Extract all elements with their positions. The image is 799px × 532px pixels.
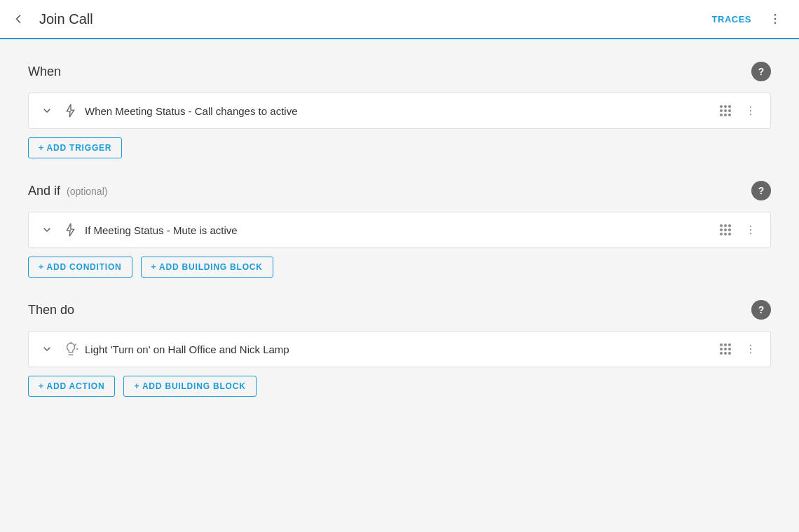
svg-point-0 [774, 14, 777, 16]
action-chevron-button[interactable] [37, 339, 57, 359]
and-if-section: And if (optional) ? If Meeting Status - … [28, 181, 771, 278]
svg-point-8 [750, 233, 751, 234]
condition-row-right [714, 219, 762, 241]
svg-point-7 [750, 229, 751, 231]
condition-grid-button[interactable] [714, 219, 737, 241]
page-title: Join Call [39, 11, 93, 27]
grid-dots-icon [720, 105, 731, 116]
trigger-icon [62, 102, 79, 119]
svg-point-3 [750, 107, 751, 108]
svg-point-4 [750, 110, 751, 111]
condition-row-left: If Meeting Status - Mute is active [37, 220, 714, 240]
trigger-grid-button[interactable] [714, 100, 737, 122]
when-section: When ? When Meeting Status - Call change… [28, 62, 771, 158]
then-do-action-buttons: + ADD ACTION + ADD BUILDING BLOCK [28, 376, 771, 397]
condition-menu-button[interactable] [739, 219, 762, 241]
then-do-section-title: Then do [28, 303, 74, 318]
and-if-action-buttons: + ADD CONDITION + ADD BUILDING BLOCK [28, 257, 771, 278]
action-label: Light 'Turn on' on Hall Office and Nick … [85, 343, 289, 355]
svg-point-5 [750, 114, 751, 115]
and-if-optional: (optional) [67, 186, 107, 197]
condition-chevron-button[interactable] [37, 220, 57, 240]
and-if-help-icon[interactable]: ? [751, 181, 771, 200]
topbar-left: Join Call [6, 6, 93, 32]
when-section-title: When [28, 64, 61, 79]
trigger-menu-button[interactable] [739, 100, 762, 122]
trigger-row-right [714, 100, 762, 122]
topbar: Join Call TRACES [0, 0, 799, 39]
svg-point-2 [774, 22, 777, 25]
svg-point-1 [774, 18, 777, 20]
condition-icon [62, 221, 79, 238]
action-menu-button[interactable] [739, 338, 762, 360]
trigger-label: When Meeting Status - Call changes to ac… [85, 105, 298, 117]
action-grid-dots-icon [720, 343, 731, 355]
action-grid-button[interactable] [714, 338, 737, 360]
svg-point-6 [750, 226, 751, 227]
when-section-header: When ? [28, 62, 771, 81]
action-row-left: Light 'Turn on' on Hall Office and Nick … [37, 339, 714, 359]
svg-point-14 [750, 352, 751, 353]
action-row-right [714, 338, 762, 360]
add-trigger-button[interactable]: + ADD TRIGGER [28, 137, 122, 158]
trigger-chevron-button[interactable] [37, 101, 57, 121]
then-do-help-icon[interactable]: ? [751, 300, 771, 320]
svg-point-12 [750, 345, 751, 346]
condition-row: If Meeting Status - Mute is active [28, 212, 771, 248]
svg-point-13 [750, 348, 751, 350]
and-if-add-building-block-button[interactable]: + ADD BUILDING BLOCK [141, 257, 273, 278]
topbar-right: TRACES [706, 6, 788, 32]
then-do-add-building-block-button[interactable]: + ADD BUILDING BLOCK [123, 376, 256, 397]
condition-grid-dots-icon [720, 224, 731, 236]
then-do-section-header: Then do ? [28, 300, 771, 320]
and-if-section-header: And if (optional) ? [28, 181, 771, 200]
action-row: Light 'Turn on' on Hall Office and Nick … [28, 331, 771, 367]
and-if-section-title: And if (optional) [28, 184, 107, 198]
traces-button[interactable]: TRACES [706, 10, 757, 29]
more-options-button[interactable] [763, 6, 788, 32]
trigger-row: When Meeting Status - Call changes to ac… [28, 93, 771, 129]
condition-label: If Meeting Status - Mute is active [85, 224, 238, 236]
action-bulb-icon [62, 341, 79, 357]
main-content: When ? When Meeting Status - Call change… [0, 39, 799, 532]
add-condition-button[interactable]: + ADD CONDITION [28, 257, 132, 278]
svg-line-10 [75, 344, 76, 345]
when-help-icon[interactable]: ? [751, 62, 771, 81]
trigger-row-left: When Meeting Status - Call changes to ac… [37, 101, 714, 121]
add-action-button[interactable]: + ADD ACTION [28, 376, 115, 397]
back-button[interactable] [6, 6, 31, 32]
when-action-buttons: + ADD TRIGGER [28, 137, 771, 158]
then-do-section: Then do ? [28, 300, 771, 397]
